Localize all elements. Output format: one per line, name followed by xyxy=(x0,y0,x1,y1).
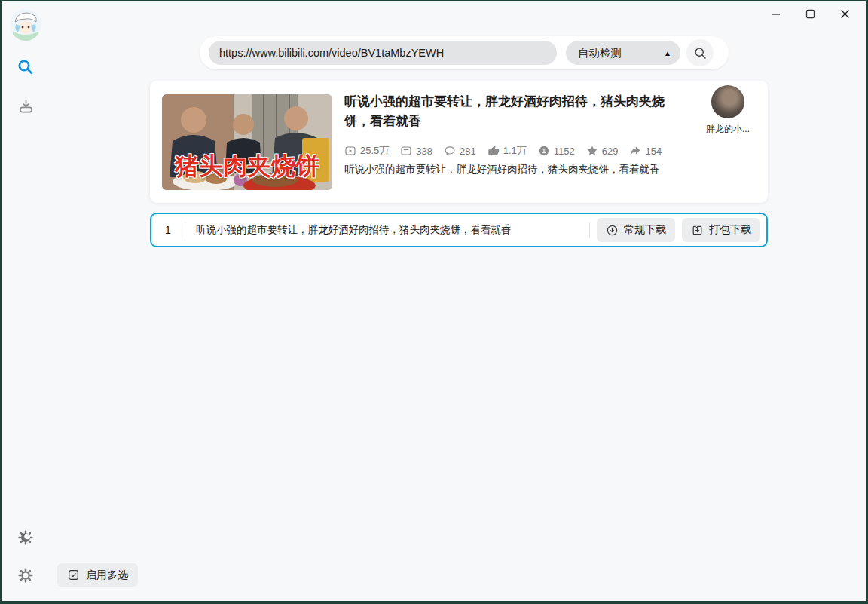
uploader-block[interactable]: 胖龙的小... xyxy=(703,85,753,136)
video-card: 猪头肉夹烧饼 听说小强的超市要转让，胖龙好酒好肉招待，猪头肉夹烧饼，看着就香 2… xyxy=(150,81,768,203)
minimize-icon[interactable] xyxy=(758,4,793,23)
video-stats-row: 25.5万 338 281 1.1万 xyxy=(344,144,662,158)
maximize-icon[interactable] xyxy=(793,4,827,23)
video-thumbnail[interactable]: 猪头肉夹烧饼 xyxy=(162,94,332,190)
close-icon[interactable] xyxy=(827,4,862,23)
detect-mode-label: 自动检测 xyxy=(578,46,664,60)
coin-icon xyxy=(538,145,550,157)
stat-coins: 1152 xyxy=(538,145,575,157)
like-icon xyxy=(487,145,500,157)
danmaku-icon xyxy=(400,145,412,157)
regular-download-button[interactable]: 常规下载 xyxy=(597,218,675,242)
dropdown-arrow-icon: ▲ xyxy=(664,49,671,57)
thumbnail-overlay-text: 猪头肉夹烧饼 xyxy=(162,150,332,183)
box-plus-icon xyxy=(691,224,704,237)
video-description: 听说小强的超市要转让，胖龙好酒好肉招待，猪头肉夹烧饼，看着就香 xyxy=(344,163,698,176)
regular-download-label: 常规下载 xyxy=(624,223,666,237)
share-icon xyxy=(629,145,641,157)
window-controls xyxy=(758,4,862,23)
row-divider xyxy=(185,222,185,238)
detect-mode-dropdown[interactable]: 自动检测 ▲ xyxy=(566,41,680,65)
stat-likes: 1.1万 xyxy=(487,144,527,158)
search-bar: 自动检测 ▲ xyxy=(200,36,729,69)
search-nav-icon[interactable] xyxy=(16,57,35,77)
play-icon xyxy=(344,145,356,157)
pack-download-label: 打包下载 xyxy=(709,223,751,237)
app-logo-avatar xyxy=(10,9,41,41)
row-index: 1 xyxy=(151,224,185,236)
app-window: 自动检测 ▲ xyxy=(2,1,866,601)
uploader-name: 胖龙的小... xyxy=(706,123,750,136)
checkbox-icon xyxy=(67,569,80,581)
video-title[interactable]: 听说小强的超市要转让，胖龙好酒好肉招待，猪头肉夹烧饼，看着就香 xyxy=(344,92,685,132)
star-icon xyxy=(586,145,598,157)
row-title: 听说小强的超市要转让，胖龙好酒好肉招待，猪头肉夹烧饼，看着就香 xyxy=(196,223,579,237)
search-submit-button[interactable] xyxy=(686,39,714,66)
enable-multiselect-label: 启用多选 xyxy=(86,569,128,582)
pack-download-button[interactable]: 打包下载 xyxy=(682,218,760,242)
downloads-nav-icon[interactable] xyxy=(16,96,35,115)
theme-toggle-icon[interactable] xyxy=(16,528,35,547)
url-input[interactable] xyxy=(209,41,557,65)
stat-danmaku: 338 xyxy=(400,145,432,157)
enable-multiselect-button[interactable]: 启用多选 xyxy=(57,563,138,587)
stat-shares: 154 xyxy=(629,145,662,157)
uploader-avatar[interactable] xyxy=(711,85,744,118)
settings-gear-icon[interactable] xyxy=(16,566,35,585)
row-divider xyxy=(589,222,590,238)
comment-icon xyxy=(444,145,456,157)
stat-plays: 25.5万 xyxy=(344,144,389,158)
download-circle-icon xyxy=(606,224,619,237)
download-row[interactable]: 1 听说小强的超市要转让，胖龙好酒好肉招待，猪头肉夹烧饼，看着就香 常规下载 打… xyxy=(150,213,768,247)
search-icon xyxy=(693,46,708,60)
stat-comments: 281 xyxy=(444,145,476,157)
stat-favorites: 629 xyxy=(586,145,619,157)
